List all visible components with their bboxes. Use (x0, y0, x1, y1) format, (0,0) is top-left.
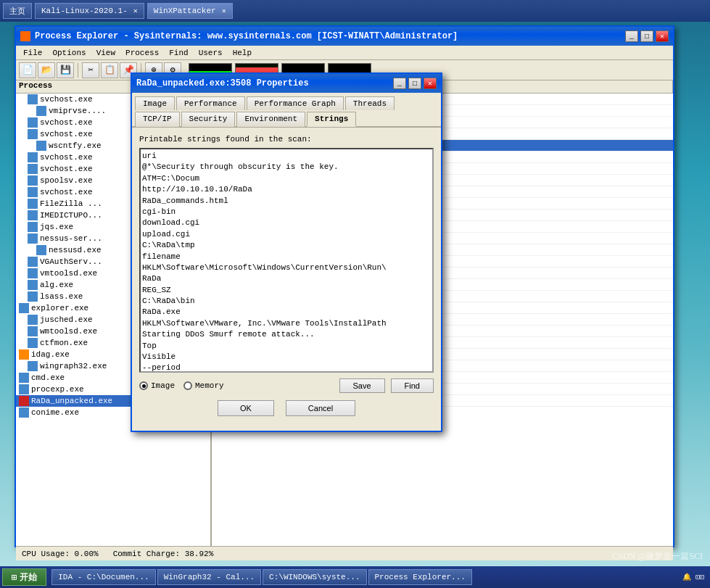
radio-memory-btn[interactable] (183, 381, 192, 390)
tab-strings[interactable]: Strings (307, 112, 356, 127)
radio-image-label: Image (151, 381, 175, 390)
radio-image[interactable]: Image (139, 381, 175, 390)
dialog-close-button[interactable]: ✕ (424, 78, 437, 89)
dialog-maximize-button[interactable]: □ (408, 78, 421, 89)
strings-content: uri @*\Security through obscurity is the… (142, 151, 431, 373)
dialog-titlebar: RaDa_unpacked.exe:3508 Properties _ □ ✕ (132, 74, 441, 93)
radio-image-btn[interactable] (139, 381, 148, 390)
save-button[interactable]: Save (339, 378, 385, 393)
dialog-bottom-row: Image Memory Save Find (139, 378, 434, 393)
tab-performance-graph[interactable]: Performance Graph (247, 96, 344, 110)
dialog-title: RaDa_unpacked.exe:3508 Properties (136, 78, 309, 88)
radio-group-source: Image Memory (139, 381, 224, 390)
dialog-titlebar-buttons: _ □ ✕ (393, 78, 437, 89)
dialog-action-buttons: Save Find (339, 378, 434, 393)
cancel-button[interactable]: Cancel (286, 400, 355, 416)
dialog-minimize-button[interactable]: _ (393, 78, 406, 89)
dialog-tab-bar: Image Performance Performance Graph Thre… (132, 93, 441, 128)
radio-memory[interactable]: Memory (183, 381, 224, 390)
tab-image[interactable]: Image (135, 96, 175, 110)
desktop: 主页 Kali-Linux-2020.1- ✕ WinXPattacker ✕ … (0, 0, 710, 588)
tab-performance[interactable]: Performance (176, 96, 245, 110)
dialog-final-row: OK Cancel (139, 400, 434, 423)
tab-threads[interactable]: Threads (345, 96, 395, 110)
properties-dialog: RaDa_unpacked.exe:3508 Properties _ □ ✕ … (131, 73, 442, 432)
tab-environment[interactable]: Environment (236, 112, 305, 127)
strings-textbox[interactable]: uri @*\Security through obscurity is the… (139, 148, 434, 373)
strings-section-label: Printable strings found in the scan: (139, 135, 434, 144)
dialog-overlay: RaDa_unpacked.exe:3508 Properties _ □ ✕ … (0, 0, 710, 588)
tab-tcp-ip[interactable]: TCP/IP (135, 112, 180, 127)
radio-memory-label: Memory (195, 381, 224, 390)
ok-button[interactable]: OK (218, 400, 274, 416)
dialog-content: Printable strings found in the scan: uri… (132, 128, 441, 431)
find-button[interactable]: Find (391, 378, 434, 393)
tab-security[interactable]: Security (181, 112, 236, 127)
